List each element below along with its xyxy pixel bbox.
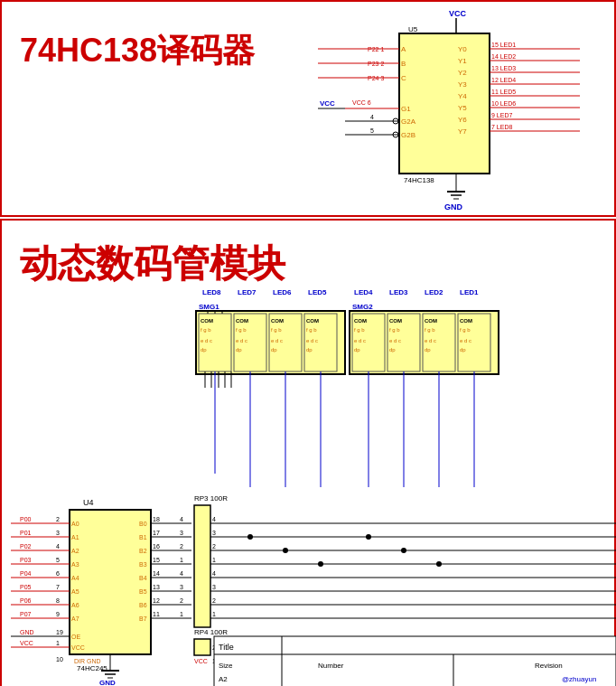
svg-text:B1: B1: [139, 534, 147, 540]
svg-point-212: [283, 548, 288, 553]
size-label: Size: [219, 662, 233, 670]
ic-box-74hc138: [399, 33, 490, 174]
svg-text:P06: P06: [20, 597, 32, 604]
svg-text:14: 14: [153, 570, 160, 577]
svg-text:G2B: G2B: [401, 131, 415, 139]
svg-text:3: 3: [180, 530, 183, 536]
svg-text:LED7: LED7: [238, 288, 257, 296]
svg-text:3: 3: [212, 530, 216, 536]
svg-point-213: [318, 561, 323, 567]
svg-text:A0: A0: [71, 521, 79, 527]
svg-text:P01: P01: [20, 530, 32, 536]
svg-text:9: 9: [56, 611, 60, 617]
svg-text:8: 8: [56, 597, 60, 604]
svg-text:3: 3: [180, 584, 183, 590]
svg-text:A5: A5: [71, 588, 79, 595]
svg-text:4: 4: [370, 114, 374, 120]
svg-text:e  d  c: e d c: [389, 338, 401, 343]
svg-text:GND: GND: [20, 629, 34, 635]
svg-text:f  g  b: f g b: [460, 327, 471, 333]
revision-label: Revision: [535, 662, 563, 670]
svg-text:COM: COM: [306, 318, 319, 324]
svg-text:A6: A6: [71, 602, 79, 608]
svg-text:9 LED7: 9 LED7: [491, 112, 512, 118]
svg-text:B6: B6: [139, 602, 147, 608]
svg-point-215: [401, 548, 406, 553]
svg-text:2: 2: [56, 516, 60, 522]
svg-text:4: 4: [180, 570, 183, 577]
svg-point-216: [436, 561, 442, 567]
svg-text:LED4: LED4: [354, 288, 373, 296]
svg-text:1: 1: [180, 611, 183, 617]
svg-text:e  d  c: e d c: [236, 338, 247, 343]
svg-text:5: 5: [56, 557, 60, 563]
number-label: Number: [318, 662, 344, 670]
svg-text:P23 2: P23 2: [368, 61, 384, 67]
svg-text:LED5: LED5: [308, 288, 327, 296]
svg-text:Y2: Y2: [458, 69, 467, 77]
svg-text:B0: B0: [139, 521, 147, 527]
svg-text:LED1: LED1: [460, 288, 479, 296]
svg-text:17: 17: [153, 530, 160, 536]
gnd-label-top: GND: [444, 202, 463, 211]
svg-text:f  g  b: f g b: [271, 327, 282, 333]
svg-text:A: A: [401, 45, 406, 53]
rp3-label: RP3 100R: [194, 494, 228, 503]
svg-text:2: 2: [180, 543, 183, 550]
svg-text:7 LED8: 7 LED8: [491, 124, 512, 130]
svg-text:DIR GND: DIR GND: [74, 658, 101, 664]
svg-text:2: 2: [212, 543, 216, 550]
svg-text:10: 10: [56, 656, 63, 663]
svg-text:Y0: Y0: [458, 45, 467, 53]
svg-text:COM: COM: [460, 318, 472, 324]
svg-text:COM: COM: [389, 318, 402, 324]
u4-box: [70, 510, 151, 654]
svg-text:e  d  c: e d c: [425, 338, 436, 343]
svg-text:B7: B7: [139, 616, 147, 622]
svg-text:e  d  c: e d c: [306, 338, 318, 343]
u5-label: U5: [408, 25, 418, 33]
svg-text:LED2: LED2: [425, 288, 443, 296]
svg-text:14 LED2: 14 LED2: [491, 53, 516, 60]
vcc-label: VCC: [449, 9, 467, 18]
svg-text:COM: COM: [425, 318, 437, 324]
svg-text:SMG2: SMG2: [352, 303, 373, 311]
svg-text:10 LED6: 10 LED6: [491, 100, 516, 107]
svg-text:f  g  b: f g b: [425, 327, 435, 333]
rp3-box: [194, 505, 210, 627]
svg-text:16: 16: [153, 543, 160, 550]
svg-text:A4: A4: [71, 575, 79, 581]
svg-text:15 LED1: 15 LED1: [491, 42, 516, 48]
schematic-bottom: LED8 LED7 LED6 LED5 LED4 LED3 LED2 LED1 …: [2, 221, 616, 686]
svg-text:LED6: LED6: [273, 288, 292, 296]
svg-text:A2: A2: [71, 548, 79, 554]
svg-text:A1: A1: [71, 534, 79, 540]
svg-text:C: C: [401, 74, 406, 82]
svg-text:3: 3: [212, 584, 216, 590]
svg-text:4: 4: [212, 516, 216, 522]
svg-text:4: 4: [212, 570, 216, 577]
svg-text:4: 4: [180, 516, 183, 522]
schematic-top: VCC U5 A P22 1 B P23 2 C P24 3 G1 VCC 6 …: [318, 2, 616, 219]
svg-text:LED3: LED3: [389, 288, 408, 296]
svg-text:VCC: VCC: [320, 99, 335, 108]
svg-text:6: 6: [56, 570, 60, 577]
svg-text:5: 5: [370, 127, 374, 134]
svg-text:COM: COM: [201, 318, 213, 324]
rp4-label: RP4 100R: [194, 628, 228, 636]
svg-text:e  d  c: e d c: [201, 338, 212, 343]
svg-text:P02: P02: [20, 543, 32, 550]
bottom-section: 动态数码管模块 LED8 LED7 LED6 LED5 LED4 LED3 LE…: [0, 219, 616, 686]
svg-text:12: 12: [153, 597, 160, 604]
svg-text:A7: A7: [71, 616, 79, 622]
svg-text:P07: P07: [20, 611, 32, 617]
top-section: 74HC138译码器 VCC U5 A P22 1 B P23 2 C P24 …: [0, 0, 616, 217]
svg-text:OE: OE: [71, 634, 80, 640]
svg-text:f  g  b: f g b: [201, 327, 211, 333]
svg-text:11: 11: [153, 611, 160, 617]
svg-text:13: 13: [153, 584, 160, 590]
svg-text:VCC: VCC: [194, 658, 208, 664]
svg-point-214: [366, 534, 371, 540]
svg-text:SMG1: SMG1: [199, 303, 219, 311]
svg-text:12 LED4: 12 LED4: [491, 77, 516, 83]
